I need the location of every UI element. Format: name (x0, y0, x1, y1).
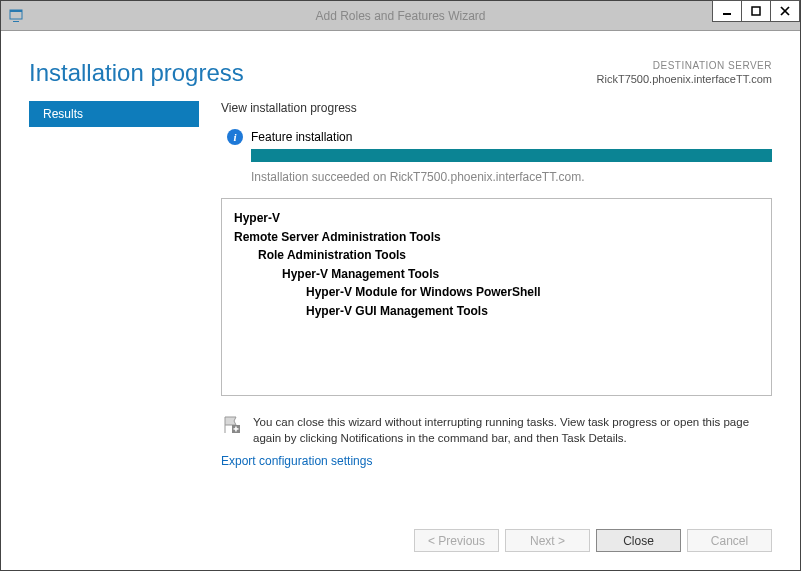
notice-row: You can close this wizard without interr… (221, 410, 772, 446)
window-controls (713, 0, 800, 22)
progress-bar (251, 149, 772, 162)
maximize-button[interactable] (741, 0, 771, 22)
installed-features-box: Hyper-V Remote Server Administration Too… (221, 198, 772, 396)
window-title: Add Roles and Features Wizard (1, 9, 800, 23)
body-row: Results View installation progress i Fea… (1, 101, 800, 515)
feature-item: Role Administration Tools (234, 246, 759, 265)
svg-rect-9 (234, 428, 239, 430)
feature-status-row: i Feature installation (221, 129, 772, 145)
titlebar: Add Roles and Features Wizard (1, 1, 800, 31)
feature-installation-label: Feature installation (251, 130, 352, 144)
wizard-sidebar: Results (29, 101, 199, 515)
close-button[interactable]: Close (596, 529, 681, 552)
destination-block: DESTINATION SERVER RickT7500.phoenix.int… (597, 59, 772, 86)
view-progress-label: View installation progress (221, 101, 772, 115)
feature-item: Hyper-V Module for Windows PowerShell (234, 283, 759, 302)
previous-button[interactable]: < Previous (414, 529, 499, 552)
content-area: Installation progress DESTINATION SERVER… (1, 31, 800, 570)
info-icon: i (227, 129, 243, 145)
header-row: Installation progress DESTINATION SERVER… (1, 31, 800, 101)
svg-rect-2 (13, 21, 19, 22)
status-text: Installation succeeded on RickT7500.phoe… (221, 170, 772, 184)
next-button[interactable]: Next > (505, 529, 590, 552)
notification-flag-icon (221, 414, 243, 436)
wizard-window: Add Roles and Features Wizard Installati… (0, 0, 801, 571)
feature-item: Hyper-V Management Tools (234, 265, 759, 284)
main-panel: View installation progress i Feature ins… (221, 101, 772, 515)
feature-item: Remote Server Administration Tools (234, 228, 759, 247)
notice-text: You can close this wizard without interr… (253, 414, 772, 446)
svg-rect-4 (752, 7, 760, 15)
cancel-button[interactable]: Cancel (687, 529, 772, 552)
feature-item: Hyper-V GUI Management Tools (234, 302, 759, 321)
svg-rect-3 (723, 13, 731, 15)
close-window-button[interactable] (770, 0, 800, 22)
export-config-link[interactable]: Export configuration settings (221, 454, 772, 468)
button-row: < Previous Next > Close Cancel (1, 515, 800, 570)
page-title: Installation progress (29, 59, 244, 87)
progress-bar-wrap (221, 149, 772, 162)
minimize-button[interactable] (712, 0, 742, 22)
destination-server: RickT7500.phoenix.interfaceTT.com (597, 72, 772, 86)
step-results[interactable]: Results (29, 101, 199, 127)
svg-rect-1 (10, 10, 22, 12)
destination-label: DESTINATION SERVER (597, 59, 772, 72)
server-manager-icon (9, 8, 25, 24)
feature-item: Hyper-V (234, 209, 759, 228)
